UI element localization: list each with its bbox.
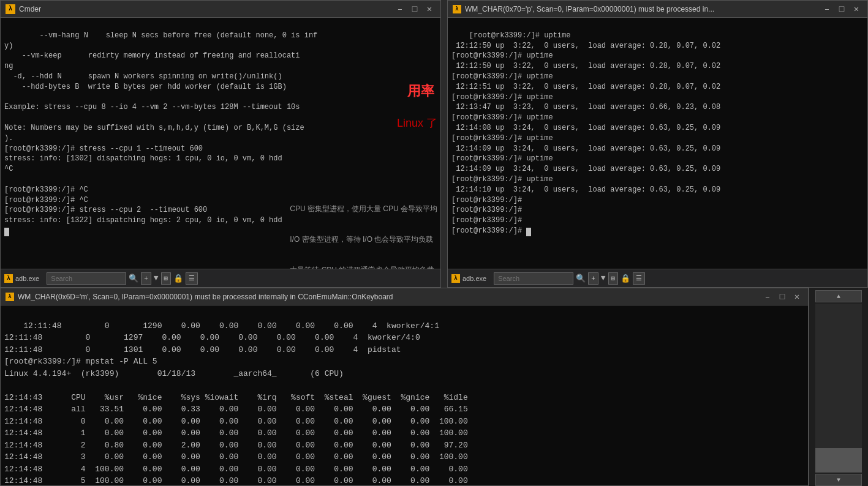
bottom-maximize[interactable]: □ [776,291,788,303]
topright-add-tab[interactable]: + [588,272,598,285]
bottom-terminal-content: 12:11:48 0 1290 0.00 0.00 0.00 0.00 0.00… [1,305,808,485]
search-icon[interactable]: 🔍 [129,274,138,283]
topleft-search-input[interactable] [47,272,126,285]
topleft-terminal-window: λ Cmder – □ ✕ --vm-hang N sleep N secs b… [0,0,441,288]
dropdown-icon[interactable]: ▼ [154,274,159,283]
bottom-terminal-text: 12:11:48 0 1290 0.00 0.00 0.00 0.00 0.00… [4,321,468,486]
topright-dropdown-icon[interactable]: ▼ [601,274,606,283]
menu-button[interactable]: ☰ [186,272,198,285]
bottom-controls: – □ ✕ [761,291,803,303]
topright-terminal-text: [root@rk3399:/]# uptime 12:12:50 up 3:22… [451,31,720,235]
toolbar-icon: λ [4,274,13,283]
topleft-titlebar: λ Cmder – □ ✕ [1,1,440,18]
topright-title: WM_CHAR(0x70='p', Scan=0, lParam=0x00000… [465,5,821,13]
topleft-icon: λ [6,4,15,14]
topright-search-input[interactable] [494,272,573,285]
bottom-close[interactable]: ✕ [791,291,803,303]
topright-close[interactable]: ✕ [850,3,862,15]
scrollbar-track[interactable] [815,304,862,473]
topright-titlebar: λ WM_CHAR(0x70='p', Scan=0, lParam=0x000… [448,1,867,18]
topleft-toolbar: λ adb.exe 🔍 + ▼ ⊞ 🔒 ☰ [1,269,440,287]
minimize-button[interactable]: – [394,3,406,15]
topright-minimize[interactable]: – [821,3,833,15]
overlay-note1: CPU 密集型进程，使用大量 CPU 会导致平均 I/O 密集型进程，等待 I/… [290,183,437,269]
topleft-controls: – □ ✕ [394,3,436,15]
topleft-terminal-content: --vm-hang N sleep N secs before free (de… [1,18,440,269]
topright-tab-label[interactable]: adb.exe [462,275,486,282]
terminal-text: --vm-hang N sleep N secs before free (de… [4,31,317,235]
topleft-tab-label[interactable]: adb.exe [15,275,39,282]
scrollbar-down-button[interactable]: ▼ [815,474,862,486]
topright-search-icon[interactable]: 🔍 [576,274,586,283]
topright-terminal-content: [root@rk3399:/]# uptime 12:12:50 up 3:22… [448,18,867,269]
scrollbar-area: ▲ ▼ [809,288,868,486]
scrollbar-up-button[interactable]: ▲ [815,290,862,302]
lock-icon: 🔒 [173,274,183,283]
topright-menu-button[interactable]: ☰ [633,272,645,285]
topleft-title: Cmder [19,5,394,13]
bottom-terminal-window: λ WM_CHAR(0x6D='m', Scan=0, lParam=0x000… [0,288,809,486]
bottom-title: WM_CHAR(0x6D='m', Scan=0, lParam=0x00000… [18,293,761,301]
topright-lock-icon: 🔒 [621,274,630,283]
overlay-usage-text: 用率 [407,82,434,101]
new-console-button[interactable]: ⊞ [161,272,172,285]
topright-terminal-window: λ WM_CHAR(0x70='p', Scan=0, lParam=0x000… [447,0,868,288]
add-tab-button[interactable]: + [141,272,151,285]
maximize-button[interactable]: □ [409,3,421,15]
bottom-icon: λ [6,293,14,301]
bottom-titlebar: λ WM_CHAR(0x6D='m', Scan=0, lParam=0x000… [1,288,808,305]
overlay-linux-text: Linux 了 [397,116,437,131]
topright-new-console[interactable]: ⊞ [608,272,619,285]
bottom-minimize[interactable]: – [761,291,774,303]
topright-toolbar-icon: λ [451,274,460,283]
topright-icon: λ [453,5,461,13]
close-button[interactable]: ✕ [423,3,436,15]
scrollbar-thumb[interactable] [815,448,862,473]
topright-controls: – □ ✕ [821,3,862,15]
topright-toolbar: λ adb.exe 🔍 + ▼ ⊞ 🔒 ☰ [448,269,867,287]
topright-maximize[interactable]: □ [836,3,848,15]
